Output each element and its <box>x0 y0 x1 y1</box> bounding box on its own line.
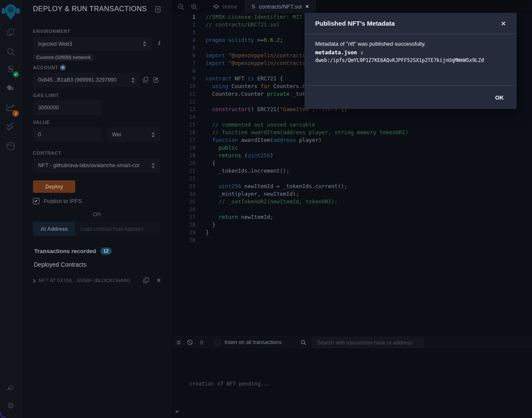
account-value: 0x845...B1aB3 (999991.3297990 <box>38 77 117 83</box>
line-number[interactable]: 11 <box>172 90 201 98</box>
modal-close-icon[interactable]: ✕ <box>501 20 506 27</box>
line-number[interactable]: 27 <box>172 213 201 221</box>
tab-home[interactable]: Home <box>205 0 245 13</box>
code-line[interactable]: 28 } <box>172 221 532 229</box>
environment-select[interactable]: Injected Web3 <box>33 37 151 51</box>
contract-select[interactable]: NFT - github/ava-labs/avalanche-smart-co… <box>33 158 160 173</box>
line-number[interactable]: 15 <box>172 121 201 129</box>
code-line[interactable]: 26 <box>172 206 532 213</box>
value-label: VALUE <box>33 120 50 125</box>
code-text <box>201 175 206 183</box>
expand-terminal-icon[interactable] <box>176 340 181 345</box>
zoom-in-icon[interactable] <box>191 3 198 10</box>
value-unit-select[interactable]: Wei <box>107 127 160 142</box>
code-line[interactable]: 15 // commented out unused variable <box>172 121 532 129</box>
deployed-contract-label: NFT AT 0X15E...E558F (BLOCKCHAIN) <box>38 278 130 283</box>
code-line[interactable]: 22 <box>172 175 532 183</box>
line-number[interactable]: 18 <box>172 144 201 152</box>
terminal-search-input[interactable]: Search with transaction hash or address <box>312 338 423 347</box>
ok-button[interactable]: OK <box>495 94 504 101</box>
code-line[interactable]: 25 // _setTokenURI(newItemId, tokenURI); <box>172 198 532 206</box>
line-number[interactable]: 19 <box>172 152 201 159</box>
ipfs-uri: dweb:/ipfs/QmYL9P1Z7KE6AQvKJPFF52SX1p2TE… <box>315 57 506 63</box>
code-line[interactable]: 17 function awardItem(address player) <box>172 136 532 144</box>
code-line[interactable]: 14 <box>172 113 532 121</box>
environment-info-icon[interactable]: i <box>158 40 160 46</box>
line-number[interactable]: 2 <box>172 21 201 29</box>
code-line[interactable]: 16 // function awardItem(address player,… <box>172 129 532 136</box>
line-number[interactable]: 4 <box>172 36 201 44</box>
line-number[interactable]: 16 <box>172 129 201 136</box>
modal-header: Published NFT's Metadata ✕ <box>304 13 517 34</box>
code-line[interactable]: 19 returns (uint256) <box>172 152 532 159</box>
account-select[interactable]: 0x845...B1aB3 (999991.3297990 <box>33 73 140 87</box>
copy-address-icon[interactable] <box>143 277 149 283</box>
close-tab-icon[interactable]: ✕ <box>305 4 309 9</box>
settings-gear-icon[interactable]: ⚙ <box>0 401 21 411</box>
line-number[interactable]: 5 <box>172 44 201 52</box>
code-text: pragma solidity >=0.6.2; <box>201 36 283 44</box>
modal-message: Metadata of "nft" was published successf… <box>315 41 506 47</box>
code-line[interactable]: 20 { <box>172 159 532 167</box>
code-line[interactable]: 24 _mint(player, newItemId); <box>172 190 532 198</box>
line-number[interactable]: 23 <box>172 183 201 190</box>
tab-contracts-nft-sol[interactable]: S contracts/NFT.sol ✕ <box>245 0 316 13</box>
line-number[interactable]: 13 <box>172 106 201 113</box>
code-text <box>201 29 206 36</box>
line-number[interactable]: 10 <box>172 82 201 90</box>
zoom-out-icon[interactable] <box>177 3 184 10</box>
unit-testing-icon[interactable] <box>0 122 21 131</box>
edit-account-icon[interactable] <box>153 77 159 83</box>
documentation-icon[interactable] <box>155 6 161 13</box>
value-input[interactable]: 0 <box>33 127 103 142</box>
deploy-button[interactable]: Deploy <box>33 180 75 193</box>
search-icon[interactable] <box>0 47 21 56</box>
publish-ipfs-checkbox[interactable]: ✔ <box>33 198 39 204</box>
line-number[interactable]: 17 <box>172 136 201 144</box>
listen-transactions-checkbox[interactable] <box>215 340 220 345</box>
code-line[interactable]: 29} <box>172 229 532 236</box>
line-number[interactable]: 7 <box>172 59 201 67</box>
analytics-icon[interactable] <box>0 103 21 112</box>
line-number[interactable]: 30 <box>172 236 201 244</box>
line-number[interactable]: 9 <box>172 75 201 82</box>
code-line[interactable]: 21 _tokenIds.increment(); <box>172 167 532 175</box>
line-number[interactable]: 3 <box>172 29 201 36</box>
line-number[interactable]: 8 <box>172 67 201 75</box>
plugin-sphere-icon[interactable] <box>0 141 21 151</box>
tab-file-label: contracts/NFT.sol <box>259 3 301 10</box>
at-address-button[interactable]: At Address <box>33 222 75 236</box>
terminal-prompt[interactable]: > <box>175 408 179 415</box>
clear-console-icon[interactable] <box>187 339 193 345</box>
file-explorer-icon[interactable] <box>0 28 21 37</box>
line-number[interactable]: 25 <box>172 198 201 206</box>
deploy-run-icon[interactable] <box>0 84 21 94</box>
gas-limit-input[interactable]: 3000000 <box>33 100 103 115</box>
code-text: } <box>201 221 216 229</box>
line-number[interactable]: 22 <box>172 175 201 183</box>
code-line[interactable]: 30 <box>172 236 532 244</box>
line-number[interactable]: 28 <box>172 221 201 229</box>
line-number[interactable]: 24 <box>172 190 201 198</box>
add-account-icon[interactable] <box>60 65 66 71</box>
remix-home-icon <box>213 3 219 10</box>
line-number[interactable]: 6 <box>172 52 201 59</box>
line-number[interactable]: 1 <box>172 13 201 21</box>
line-number[interactable]: 29 <box>172 229 201 236</box>
line-number[interactable]: 21 <box>172 167 201 175</box>
chevron-right-icon[interactable] <box>32 279 36 283</box>
deployed-contract-row[interactable]: NFT AT 0X15E...E558F (BLOCKCHAIN) ✕ <box>21 276 172 286</box>
value-unit: Wei <box>112 132 121 138</box>
line-number[interactable]: 20 <box>172 159 201 167</box>
line-number[interactable]: 26 <box>172 206 201 213</box>
code-line[interactable]: 23 uint256 newItemId = _tokenIds.current… <box>172 183 532 190</box>
remove-contract-icon[interactable]: ✕ <box>157 277 161 283</box>
transactions-recorded-row[interactable]: Transactions recorded 12 <box>34 247 112 255</box>
plugin-manager-icon[interactable] <box>0 383 21 392</box>
at-address-input[interactable]: Load contract from Address <box>75 222 160 236</box>
code-line[interactable]: 18 public <box>172 144 532 152</box>
line-number[interactable]: 14 <box>172 113 201 121</box>
line-number[interactable]: 12 <box>172 98 201 106</box>
copy-account-icon[interactable] <box>142 77 149 83</box>
code-line[interactable]: 27 return newItemId; <box>172 213 532 221</box>
